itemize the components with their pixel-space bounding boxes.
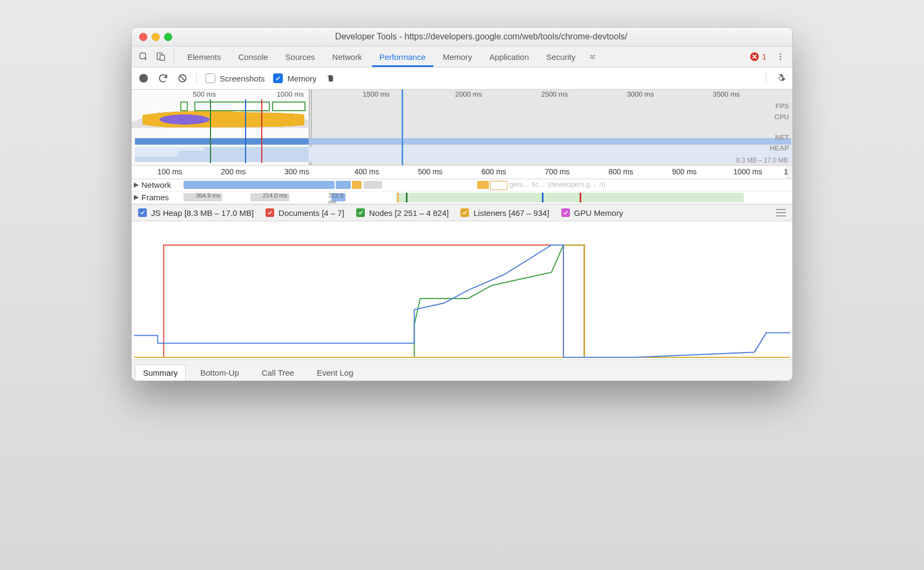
tab-performance[interactable]: Performance <box>372 46 433 67</box>
track-frames[interactable]: ▶ Frames 364.9 ms 214.0 ms 222.9 ms <box>132 192 792 204</box>
devtools-tabbar: ElementsConsoleSourcesNetworkPerformance… <box>132 46 792 67</box>
frame-bar[interactable]: 222.9 ms <box>331 193 345 201</box>
traffic-lights <box>139 33 172 41</box>
detail-tick: 300 ms <box>284 167 309 176</box>
svg-rect-2 <box>160 55 165 60</box>
svg-point-5 <box>780 58 782 60</box>
details-tab-bottom-up[interactable]: Bottom-Up <box>192 364 247 381</box>
tab-console[interactable]: Console <box>231 46 276 67</box>
divider <box>196 72 197 84</box>
error-count-badge[interactable]: 1 <box>750 52 766 61</box>
memory-label: Memory <box>287 74 316 83</box>
frame-bar[interactable]: 214.0 ms <box>250 193 289 201</box>
tab-security[interactable]: Security <box>539 46 583 67</box>
devtools-window: Developer Tools - https://developers.goo… <box>131 27 793 381</box>
net-lane <box>135 138 791 145</box>
tab-sources[interactable]: Sources <box>278 46 323 67</box>
chart-series-listeners <box>134 245 790 357</box>
legend-label: JS Heap [8.3 MB – 17.0 MB] <box>151 208 254 218</box>
track-network[interactable]: ▶ Network lopers.google.com/ (developers… <box>132 179 792 192</box>
record-button[interactable] <box>138 73 149 84</box>
network-request-bar[interactable] <box>352 181 362 189</box>
perf-toolbar: Screenshots Memory <box>132 67 792 90</box>
screenshots-toggle[interactable]: Screenshots <box>206 73 264 83</box>
macos-titlebar: Developer Tools - https://developers.goo… <box>132 28 792 46</box>
detail-ruler[interactable]: 100 ms200 ms300 ms400 ms500 ms600 ms700 … <box>132 166 792 179</box>
network-request-bar[interactable] <box>364 181 382 189</box>
track-label: Frames <box>141 193 169 202</box>
legend-item[interactable]: JS Heap [8.3 MB – 17.0 MB] <box>138 208 254 218</box>
detail-tick: 500 ms <box>418 167 443 176</box>
close-window-button[interactable] <box>139 33 147 41</box>
marker-green <box>210 99 211 163</box>
network-request-bar[interactable] <box>490 181 507 190</box>
network-request-bar[interactable] <box>184 181 335 189</box>
frame-bar[interactable]: 364.9 ms <box>184 193 222 201</box>
tab-application[interactable]: Application <box>482 46 536 67</box>
legend-swatch-icon <box>356 208 365 217</box>
delete-recording-button[interactable] <box>325 73 336 84</box>
detail-tick: 800 ms <box>608 167 633 176</box>
memory-toggle[interactable]: Memory <box>273 73 316 83</box>
legend-item[interactable]: Nodes [2 251 – 4 824] <box>356 208 449 218</box>
legend-swatch-icon <box>561 208 570 217</box>
detail-tick: 200 ms <box>221 167 246 176</box>
network-request-bar[interactable] <box>336 181 351 189</box>
truncated-url: gets… tic… (developers.g… n) <box>509 180 606 188</box>
tab-elements[interactable]: Elements <box>180 46 229 67</box>
svg-point-3 <box>780 53 782 55</box>
legend-item[interactable]: Documents [4 – 7] <box>266 208 344 218</box>
clear-button[interactable] <box>177 73 188 84</box>
disclosure-triangle-icon[interactable]: ▶ <box>134 181 139 188</box>
legend-label: Listeners [467 – 934] <box>473 208 549 218</box>
legend-swatch-icon <box>266 208 274 217</box>
network-request-bar[interactable] <box>477 181 489 189</box>
tab-network[interactable]: Network <box>325 46 370 67</box>
more-tabs-chevron-icon[interactable] <box>585 49 600 64</box>
fps-bar <box>272 101 305 111</box>
device-toolbar-icon[interactable] <box>153 49 168 64</box>
memory-chart[interactable] <box>132 221 792 360</box>
memory-legend: JS Heap [8.3 MB – 17.0 MB]Documents [4 –… <box>132 204 792 221</box>
legend-menu-icon[interactable] <box>776 209 786 216</box>
detail-tick: 400 ms <box>354 167 379 176</box>
legend-label: GPU Memory <box>574 208 623 218</box>
svg-point-4 <box>780 56 782 58</box>
minimize-window-button[interactable] <box>152 33 160 41</box>
overview-playhead[interactable] <box>402 90 403 165</box>
reload-record-button[interactable] <box>158 73 168 84</box>
screenshots-label: Screenshots <box>220 74 264 83</box>
flamechart-tracks[interactable]: ▶ Network lopers.google.com/ (developers… <box>132 179 792 204</box>
inspect-icon[interactable] <box>136 49 151 64</box>
settings-gear-icon[interactable] <box>775 73 786 84</box>
details-tab-event-log[interactable]: Event Log <box>309 364 362 381</box>
zoom-window-button[interactable] <box>164 33 172 41</box>
heap-range-label: 8.3 MB – 17.0 MB <box>736 157 788 164</box>
legend-swatch-icon <box>138 208 147 217</box>
tab-memory[interactable]: Memory <box>436 46 480 67</box>
details-tab-call-tree[interactable]: Call Tree <box>254 364 302 381</box>
cpu-activity <box>142 108 304 127</box>
frames-strip[interactable] <box>396 193 744 202</box>
error-count: 1 <box>762 52 766 61</box>
marker-red <box>261 99 262 163</box>
overview-panel[interactable]: 500 ms1000 ms1500 ms2000 ms2500 ms3000 m… <box>132 90 792 166</box>
kebab-menu-icon[interactable] <box>773 49 788 64</box>
heap-lane <box>135 147 791 162</box>
detail-tick: 100 ms <box>158 167 182 176</box>
legend-label: Documents [4 – 7] <box>278 208 344 218</box>
legend-item[interactable]: GPU Memory <box>561 208 623 218</box>
divider <box>766 72 766 84</box>
legend-label: Nodes [2 251 – 4 824] <box>369 208 449 218</box>
overview-canvas <box>132 90 792 165</box>
fps-bar <box>180 101 188 111</box>
track-label: Network <box>141 180 171 189</box>
divider <box>174 51 174 63</box>
details-tab-summary[interactable]: Summary <box>135 364 186 381</box>
error-icon <box>750 52 759 61</box>
detail-tick: 1000 ms <box>733 167 763 176</box>
legend-item[interactable]: Listeners [467 – 934] <box>460 208 549 218</box>
disclosure-triangle-icon[interactable]: ▶ <box>134 193 139 201</box>
checkbox-checked-icon <box>273 73 283 83</box>
chart-series-documents <box>134 245 790 357</box>
